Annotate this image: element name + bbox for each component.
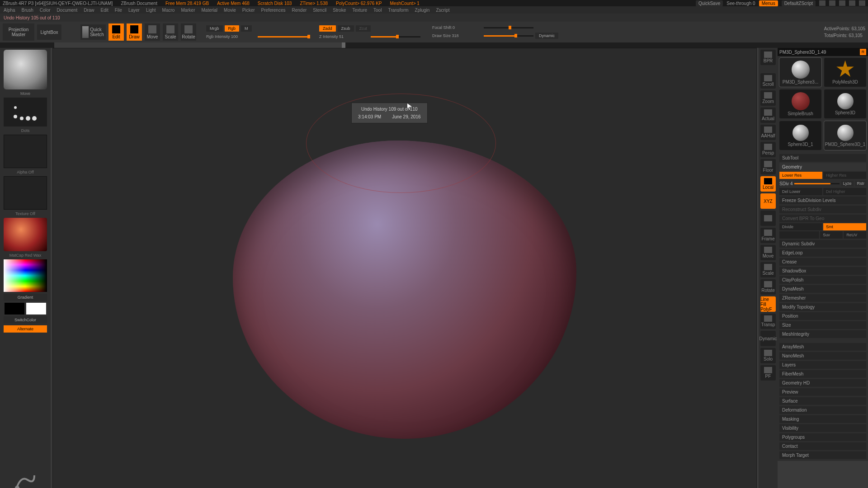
dynamesh-section[interactable]: DynaMesh bbox=[779, 285, 866, 293]
texture-thumbnail[interactable] bbox=[4, 176, 47, 210]
maximize-icon[interactable] bbox=[849, 0, 855, 6]
scroll-button[interactable]: Scroll bbox=[760, 73, 776, 89]
thumb-item[interactable]: SimpleBrush bbox=[779, 89, 821, 118]
rgb-button[interactable]: Rgb bbox=[225, 25, 240, 32]
edit-mode-button[interactable]: Edit bbox=[108, 23, 124, 41]
del-lower-button[interactable]: Del Lower bbox=[779, 188, 822, 195]
default-zscript[interactable]: DefaultZScript bbox=[782, 0, 816, 6]
edgeloop-section[interactable]: EdgeLoop bbox=[779, 249, 866, 257]
zremesher-section[interactable]: ZRemesher bbox=[779, 294, 866, 302]
polygroups-section[interactable]: Polygroups bbox=[779, 433, 866, 441]
layout-icon[interactable] bbox=[829, 0, 835, 6]
dynamic-subdiv-section[interactable]: Dynamic Subdiv bbox=[779, 240, 866, 248]
sdiv-slider[interactable] bbox=[794, 183, 839, 184]
modify-topology-section[interactable]: Modify Topology bbox=[779, 303, 866, 311]
dynamic-sub-button[interactable]: Dynamic bbox=[760, 331, 776, 346]
menu-item[interactable]: Material bbox=[202, 8, 218, 13]
zsub-button[interactable]: Zsub bbox=[338, 25, 354, 32]
lightbox-button[interactable]: LightBox bbox=[37, 24, 61, 40]
menu-item[interactable]: Color bbox=[40, 8, 51, 13]
scale-view-button[interactable]: Scale bbox=[760, 262, 776, 277]
focal-shift-slider[interactable] bbox=[484, 27, 533, 28]
menu-item[interactable]: Document bbox=[57, 8, 78, 13]
draw-mode-button[interactable]: Draw bbox=[127, 23, 142, 41]
frame-button[interactable]: Frame bbox=[760, 228, 776, 243]
rotate-mode-button[interactable]: Rotate bbox=[181, 23, 196, 41]
see-through[interactable]: See-through 0 bbox=[726, 1, 755, 6]
aahalf-button[interactable]: AAHalf bbox=[760, 125, 776, 140]
thumb-item[interactable]: PM3D_Sphere3... bbox=[779, 58, 821, 87]
preview-section[interactable]: Preview bbox=[779, 388, 866, 396]
meshintegrity-section[interactable]: MeshIntegrity bbox=[779, 330, 866, 338]
rgb-intensity-slider[interactable] bbox=[258, 36, 307, 38]
transp-button[interactable]: Transp bbox=[760, 314, 776, 329]
divide-button[interactable]: Divide bbox=[779, 223, 822, 230]
del-higher-button[interactable]: Del Higher bbox=[823, 188, 866, 195]
lower-res-button[interactable]: Lower Res bbox=[779, 172, 822, 179]
menu-item[interactable]: Zplugin bbox=[415, 8, 430, 13]
gradient-button[interactable]: Gradient bbox=[4, 294, 47, 301]
subtool-section[interactable]: SubTool bbox=[779, 154, 866, 162]
menu-item[interactable]: Layer bbox=[128, 8, 140, 13]
claypolish-section[interactable]: ClayPolish bbox=[779, 276, 866, 284]
menu-item[interactable]: Preferences bbox=[261, 8, 286, 13]
fibermesh-section[interactable]: FiberMesh bbox=[779, 370, 866, 378]
brush-thumbnail[interactable] bbox=[4, 50, 47, 89]
minimize-icon[interactable] bbox=[839, 0, 845, 6]
bpr-button[interactable]: BPR bbox=[760, 50, 776, 65]
local-button[interactable]: Local bbox=[760, 176, 776, 192]
viewport[interactable]: Undo History 109 out of 110 3:14:03 PM J… bbox=[52, 48, 757, 488]
surface-section[interactable]: Surface bbox=[779, 397, 866, 405]
menu-item[interactable]: Light bbox=[146, 8, 156, 13]
quicksketch-button[interactable]: Quick Sketch bbox=[80, 24, 106, 40]
lyze-button[interactable]: Lyze bbox=[841, 181, 854, 186]
menu-item[interactable]: Brush bbox=[22, 8, 33, 13]
thumb-item[interactable]: Sphere3D_1 bbox=[779, 121, 821, 150]
m-button[interactable]: M bbox=[241, 25, 252, 32]
menu-item[interactable]: Edit bbox=[101, 8, 108, 13]
menu-item[interactable]: Picker bbox=[242, 8, 255, 13]
menu-item[interactable]: Movie bbox=[224, 8, 236, 13]
visibility-section[interactable]: Visibility bbox=[779, 424, 866, 432]
freeze-subdiv[interactable]: Freeze SubDivision Levels bbox=[779, 197, 866, 204]
menu-item[interactable]: Render bbox=[292, 8, 307, 13]
scale-mode-button[interactable]: Scale bbox=[163, 23, 178, 41]
alternate-button[interactable]: Alternate bbox=[4, 325, 47, 333]
menus-button[interactable]: Menus bbox=[759, 0, 778, 6]
menu-item[interactable]: Draw bbox=[84, 8, 94, 13]
pf-button[interactable]: PF bbox=[760, 365, 776, 380]
arraymesh-section[interactable]: ArrayMesh bbox=[779, 343, 866, 351]
swatch-white[interactable] bbox=[26, 303, 46, 314]
menu-item[interactable]: File bbox=[115, 8, 122, 13]
zoom-button[interactable]: Zoom bbox=[760, 90, 776, 106]
menu-item[interactable]: Tool bbox=[373, 8, 382, 13]
geometry-section[interactable]: Geometry bbox=[779, 163, 866, 171]
move-view-button[interactable]: Move bbox=[760, 245, 776, 260]
quicksave-button[interactable]: QuickSave bbox=[696, 0, 723, 6]
shadowbox-section[interactable]: ShadowBox bbox=[779, 267, 866, 275]
rotate-view-button[interactable]: Rotate bbox=[760, 279, 776, 295]
polyframe-button[interactable]: Line Fill PolyF bbox=[760, 296, 776, 312]
menu-item[interactable]: Alpha bbox=[4, 8, 15, 13]
morphtarget-section[interactable]: Morph Target bbox=[779, 451, 866, 459]
menu-item[interactable]: Macro bbox=[162, 8, 175, 13]
reuv-button[interactable]: ReUV bbox=[844, 231, 866, 239]
material-thumbnail[interactable] bbox=[4, 218, 47, 251]
masking-section[interactable]: Masking bbox=[779, 415, 866, 423]
size-section[interactable]: Size bbox=[779, 321, 866, 329]
deformation-section[interactable]: Deformation bbox=[779, 406, 866, 414]
close-icon[interactable] bbox=[859, 0, 865, 6]
menu-item[interactable]: Transform bbox=[388, 8, 408, 13]
menu-item[interactable]: Zscript bbox=[436, 8, 449, 13]
alpha-thumbnail[interactable] bbox=[4, 135, 47, 168]
smt-button[interactable]: Smt bbox=[823, 223, 866, 230]
mrgb-button[interactable]: Mrgb bbox=[206, 25, 223, 32]
rstr-button[interactable]: Rstr bbox=[855, 181, 867, 186]
actual-button[interactable]: Actual bbox=[760, 108, 776, 123]
zcut-button[interactable]: Zcut bbox=[356, 25, 371, 32]
stroke-thumbnail[interactable] bbox=[4, 98, 47, 127]
z-intensity-slider[interactable] bbox=[371, 36, 420, 38]
higher-res-button[interactable]: Higher Res bbox=[823, 172, 866, 179]
thumb-item[interactable]: PolyMesh3D bbox=[824, 58, 866, 87]
draw-size-slider[interactable] bbox=[484, 35, 533, 37]
